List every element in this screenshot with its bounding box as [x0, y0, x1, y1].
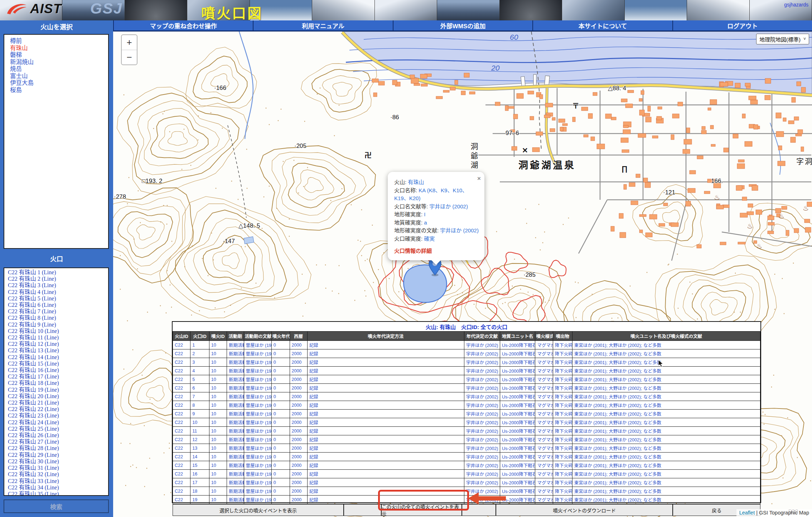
table-cell[interactable]: 新期活動	[227, 358, 244, 367]
table-cell[interactable]: C22	[173, 487, 190, 496]
table-cell[interactable]: 10	[209, 410, 227, 418]
crater-item[interactable]: C22 有珠山 9 (Line)	[8, 322, 108, 328]
search-button[interactable]: 検索	[4, 499, 109, 513]
table-cell[interactable]: 新期活動	[227, 410, 244, 418]
table-cell[interactable]: 記録	[307, 401, 464, 410]
table-cell[interactable]: 18	[190, 487, 209, 496]
table-cell[interactable]: 2000	[290, 401, 307, 410]
volcano-item[interactable]: 富士山	[10, 73, 108, 80]
table-cell[interactable]: 曽屋ほか (1981)	[244, 401, 271, 410]
table-cell[interactable]: 17	[190, 478, 209, 487]
table-cell[interactable]: 0	[271, 410, 290, 418]
table-cell[interactable]: 6	[190, 384, 209, 392]
table-cell[interactable]: 東宮ほか (2001); 大野ほか (2002); など多数	[572, 470, 760, 478]
table-cell[interactable]: C22	[173, 444, 190, 453]
table-cell[interactable]: 10	[209, 487, 227, 496]
table-cell[interactable]: 東宮ほか (2001); 大野ほか (2002); など多数	[572, 401, 760, 410]
table-cell[interactable]: 8	[190, 401, 209, 410]
table-cell[interactable]: 10	[209, 453, 227, 461]
crater-item[interactable]: C22 有珠山 7 (Line)	[8, 308, 108, 315]
table-cell[interactable]: 降下火砕物,	[553, 401, 572, 410]
table-cell[interactable]: 記録	[307, 435, 464, 444]
crater-item[interactable]: C22 有珠山 29 (Line)	[8, 452, 108, 458]
table-cell[interactable]: 新期活動	[227, 384, 244, 392]
table-cell[interactable]: 新期活動	[227, 418, 244, 427]
table-cell[interactable]: Us-2000降下軽石・火山	[500, 410, 535, 418]
table-cell[interactable]: 0	[271, 496, 290, 504]
table-cell[interactable]: 0	[271, 392, 290, 401]
table-cell[interactable]: 新期活動	[227, 341, 244, 349]
popup-value[interactable]: I	[424, 211, 425, 217]
table-cell[interactable]: Us-2000降下軽石・火山	[500, 341, 535, 349]
table-cell[interactable]: マグマ水蒸気	[535, 435, 553, 444]
table-cell[interactable]: 記録	[307, 487, 464, 496]
show-all-events-button[interactable]: この火山の全ての噴火イベントを表示	[381, 504, 462, 516]
table-cell[interactable]: 宇井ほか (2002)	[464, 478, 500, 487]
table-cell[interactable]: 2000	[290, 392, 307, 401]
table-cell[interactable]: 10	[209, 341, 227, 349]
table-cell[interactable]: 10	[209, 375, 227, 384]
table-cell[interactable]: 新期活動	[227, 461, 244, 470]
table-cell[interactable]: Us-2000降下軽石・火山	[500, 427, 535, 435]
table-cell[interactable]: 曽屋ほか (1981)	[244, 349, 271, 358]
table-cell[interactable]: 東宮ほか (2001); 大野ほか (2002); など多数	[572, 444, 760, 453]
crater-item[interactable]: C22 有珠山 13 (Line)	[8, 347, 108, 354]
table-cell[interactable]: 東宮ほか (2001); 大野ほか (2002); など多数	[572, 367, 760, 375]
leaflet-link[interactable]: Leaflet	[739, 510, 755, 516]
table-cell[interactable]: C22	[173, 470, 190, 478]
table-cell[interactable]: 降下火砕物,	[553, 341, 572, 349]
table-cell[interactable]: 曽屋ほか (1981)	[244, 470, 271, 478]
table-cell[interactable]: C22	[173, 392, 190, 401]
crater-item[interactable]: C22 有珠山 22 (Line)	[8, 406, 108, 412]
table-cell[interactable]: 東宮ほか (2001); 大野ほか (2002); など多数	[572, 358, 760, 367]
table-cell[interactable]: 新期活動	[227, 435, 244, 444]
table-cell[interactable]: 2000	[290, 418, 307, 427]
table-cell[interactable]: 0	[271, 461, 290, 470]
table-cell[interactable]: 東宮ほか (2001); 大野ほか (2002); など多数	[572, 410, 760, 418]
table-cell[interactable]: Us-2000降下軽石・火山	[500, 453, 535, 461]
table-cell[interactable]: 曽屋ほか (1981)	[244, 410, 271, 418]
crater-item[interactable]: C22 有珠山 12 (Line)	[8, 341, 108, 347]
table-cell[interactable]: 0	[271, 453, 290, 461]
table-cell[interactable]: 宇井ほか (2002)	[464, 401, 500, 410]
table-cell[interactable]: 降下火砕物,	[553, 375, 572, 384]
popup-value[interactable]: a	[424, 219, 427, 226]
crater-item[interactable]: C22 有珠山 27 (Line)	[8, 439, 108, 445]
table-cell[interactable]: 降下火砕物,	[553, 453, 572, 461]
crater-item[interactable]: C22 有珠山 26 (Line)	[8, 432, 108, 439]
volcano-item[interactable]: 樽前	[10, 38, 108, 45]
table-cell[interactable]: 19	[190, 496, 209, 504]
table-cell[interactable]: 降下火砕物,	[553, 384, 572, 392]
crater-item[interactable]: C22 有珠山 30 (Line)	[8, 458, 108, 465]
table-cell[interactable]: C22	[173, 427, 190, 435]
table-cell[interactable]: Us-2000降下軽石・火山	[500, 367, 535, 375]
table-cell[interactable]: 降下火砕物,	[553, 349, 572, 358]
table-cell[interactable]: 宇井ほか (2002)	[464, 349, 500, 358]
table-cell[interactable]: マグマ水蒸気	[535, 470, 553, 478]
table-cell[interactable]: 5	[190, 375, 209, 384]
table-cell[interactable]: 10	[209, 349, 227, 358]
popup-value[interactable]: 宇井ほか (2002)	[440, 227, 479, 233]
table-cell[interactable]: 降下火砕物,	[553, 418, 572, 427]
crater-item[interactable]: C22 有珠山 19 (Line)	[8, 387, 108, 393]
table-cell[interactable]: 2	[190, 349, 209, 358]
table-cell[interactable]: C22	[173, 410, 190, 418]
table-cell[interactable]: 10	[209, 496, 227, 504]
table-cell[interactable]: マグマ水蒸気	[535, 444, 553, 453]
table-cell[interactable]: 10	[209, 470, 227, 478]
table-cell[interactable]: 記録	[307, 392, 464, 401]
table-cell[interactable]: 新期活動	[227, 375, 244, 384]
table-cell[interactable]: C22	[173, 435, 190, 444]
table-cell[interactable]: マグマ水蒸気	[535, 496, 553, 504]
table-cell[interactable]: 宇井ほか (2002)	[464, 392, 500, 401]
table-cell[interactable]: 曽屋ほか (1981)	[244, 496, 271, 504]
table-cell[interactable]: 新期活動	[227, 470, 244, 478]
table-cell[interactable]: マグマ水蒸気	[535, 392, 553, 401]
table-cell[interactable]: 記録	[307, 453, 464, 461]
table-cell[interactable]: Us-2000降下軽石・火山	[500, 375, 535, 384]
table-cell[interactable]: 2000	[290, 496, 307, 504]
table-cell[interactable]: 7	[190, 392, 209, 401]
nav-item[interactable]: マップの重ね合わせ操作	[113, 20, 253, 30]
table-cell[interactable]: 新期活動	[227, 367, 244, 375]
crater-item[interactable]: C22 有珠山 35 (Line)	[8, 491, 108, 496]
